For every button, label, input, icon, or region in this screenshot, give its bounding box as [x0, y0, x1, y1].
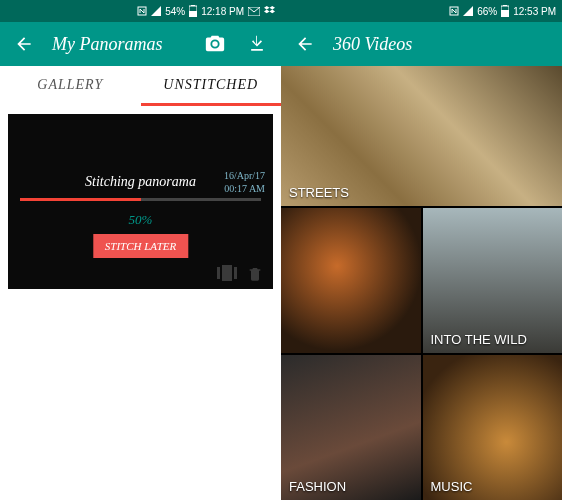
svg-rect-5: [217, 267, 220, 279]
panorama-card[interactable]: 16/Apr/17 00:17 AM Stitching panorama 50…: [8, 114, 273, 289]
card-icon[interactable]: [217, 265, 237, 285]
battery-percent: 54%: [165, 6, 185, 17]
tab-label: GALLERY: [37, 77, 103, 93]
tile-label: INTO THE WILD: [431, 332, 527, 347]
back-icon[interactable]: [10, 30, 38, 58]
tab-unstitched[interactable]: UNSTITCHED: [141, 66, 282, 106]
stitch-later-button[interactable]: STITCH LATER: [93, 234, 188, 258]
percent-label: 50%: [8, 212, 273, 228]
trash-icon[interactable]: [247, 265, 267, 285]
tile-fashion[interactable]: FASHION: [281, 355, 421, 500]
screen-panoramas: 54% 12:18 PM My Panoramas GALLERY UNSTIT…: [0, 0, 281, 500]
stitching-label: Stitching panorama: [8, 174, 273, 190]
status-bar: 54% 12:18 PM: [0, 0, 281, 22]
svg-rect-11: [503, 5, 507, 6]
camera-icon[interactable]: [201, 30, 229, 58]
tile-label: STREETS: [289, 185, 349, 200]
clock: 12:53 PM: [513, 6, 556, 17]
svg-rect-3: [191, 5, 195, 6]
dropbox-icon: [264, 6, 275, 16]
nfc-icon: [137, 6, 147, 16]
tile-sports[interactable]: SPORTS: [281, 208, 421, 353]
tile-label: MUSIC: [431, 479, 473, 494]
battery-icon: [189, 5, 197, 17]
page-title: 360 Videos: [333, 34, 552, 55]
signal-icon: [463, 6, 473, 16]
tab-bar: GALLERY UNSTITCHED: [0, 66, 281, 106]
tile-streets[interactable]: STREETS: [281, 66, 562, 206]
content-area: 16/Apr/17 00:17 AM Stitching panorama 50…: [0, 106, 281, 500]
signal-icon: [151, 6, 161, 16]
video-grid: STREETS SPORTS INTO THE WILD FASHION MUS…: [281, 66, 562, 500]
tile-label: FASHION: [289, 479, 346, 494]
card-icons: [217, 265, 267, 285]
progress-bar: [20, 198, 261, 201]
action-bar: My Panoramas: [0, 22, 281, 66]
envelope-icon: [248, 7, 260, 16]
tile-music[interactable]: MUSIC: [423, 355, 563, 500]
battery-percent: 66%: [477, 6, 497, 17]
grid-row: FASHION MUSIC: [281, 355, 562, 500]
battery-icon: [501, 5, 509, 17]
action-bar: 360 Videos: [281, 22, 562, 66]
nfc-icon: [449, 6, 459, 16]
svg-rect-10: [501, 10, 509, 17]
download-icon[interactable]: [243, 30, 271, 58]
tile-into-the-wild[interactable]: INTO THE WILD: [423, 208, 563, 353]
overlay: [8, 114, 273, 289]
back-icon[interactable]: [291, 30, 319, 58]
svg-rect-6: [222, 265, 232, 281]
clock: 12:18 PM: [201, 6, 244, 17]
grid-row: SPORTS INTO THE WILD: [281, 208, 562, 353]
svg-rect-7: [234, 267, 237, 279]
status-bar: 66% 12:53 PM: [281, 0, 562, 22]
progress-fill: [20, 198, 141, 201]
tab-label: UNSTITCHED: [163, 77, 258, 93]
svg-rect-2: [189, 11, 197, 17]
page-title: My Panoramas: [52, 34, 187, 55]
screen-360videos: 66% 12:53 PM 360 Videos STREETS SPORTS I…: [281, 0, 562, 500]
tab-gallery[interactable]: GALLERY: [0, 66, 141, 106]
